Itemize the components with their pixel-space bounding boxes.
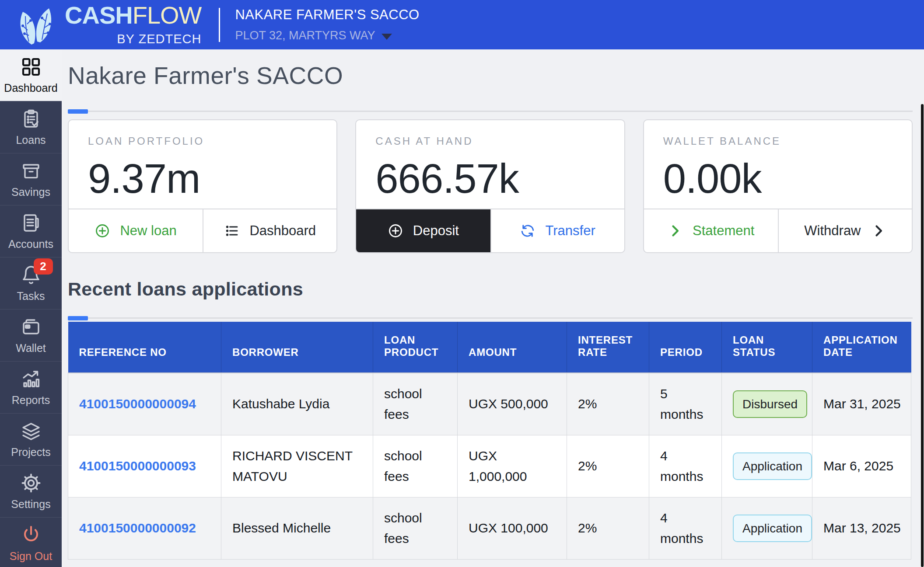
transfer-button[interactable]: Transfer (490, 209, 624, 252)
loan-reference-cell: 4100150000000094 (68, 373, 221, 435)
grid-icon (21, 56, 42, 77)
sidebar-item-projects[interactable]: Projects (0, 414, 62, 466)
sidebar-item-label: Reports (12, 394, 50, 407)
main-content: Nakare Farmer's SACCO LOAN PORTFOLIO 9.3… (62, 49, 924, 567)
col-header-loan-status: LOAN STATUS (722, 322, 812, 373)
page-title: Nakare Farmer's SACCO (68, 62, 913, 90)
loan-status-cell: Disbursed (722, 373, 812, 435)
title-rule (68, 111, 913, 112)
loan-row: 4100150000000093 RICHARD VISCENT MATOVU … (68, 435, 911, 497)
wallet-balance-card: WALLET BALANCE 0.00k Statement Withdraw (643, 119, 913, 253)
card-label: WALLET BALANCE (663, 135, 912, 147)
col-header-application-date: APPLICATION DATE (812, 322, 911, 373)
loans-rule-accent (68, 316, 88, 320)
loan-product-cell: school fees (373, 435, 458, 497)
loans-table: REFERENCE NO BORROWER LOAN PRODUCT AMOUN… (68, 322, 911, 560)
loan-portfolio-card: LOAN PORTFOLIO 9.37m New loan Dashboard (68, 119, 337, 253)
loan-period-cell: 4 months (649, 497, 722, 560)
header-divider (219, 8, 220, 42)
tasks-count-badge: 2 (34, 258, 53, 275)
sidebar-item-tasks[interactable]: 2 Tasks (0, 257, 62, 310)
loan-reference-cell: 4100150000000093 (68, 435, 221, 497)
card-label: CASH AT HAND (375, 135, 624, 147)
sidebar-item-dashboard[interactable]: Dashboard (0, 49, 62, 101)
gear-icon (21, 473, 42, 494)
caret-down-icon (382, 34, 392, 40)
sidebar-item-loans[interactable]: Loans (0, 101, 62, 153)
sidebar-item-label: Wallet (16, 342, 46, 355)
sidebar-item-reports[interactable]: Reports (0, 362, 62, 414)
loan-row: 4100150000000092 Blessed Michelle school… (68, 497, 911, 560)
card-body: CASH AT HAND 666.57k (356, 120, 624, 209)
loan-product-cell: school fees (373, 497, 458, 560)
col-header-borrower: BORROWER (221, 322, 373, 373)
loans-section-title: Recent loans applications (68, 278, 913, 300)
status-badge: Application (733, 452, 812, 480)
new-loan-button[interactable]: New loan (69, 209, 203, 252)
card-footer: New loan Dashboard (69, 209, 336, 252)
status-badge: Disbursed (733, 390, 807, 418)
loans-table-header-row: REFERENCE NO BORROWER LOAN PRODUCT AMOUN… (68, 322, 911, 373)
loan-reference-link[interactable]: 4100150000000092 (79, 521, 196, 535)
col-header-loan-product: LOAN PRODUCT (373, 322, 458, 373)
loan-reference-link[interactable]: 4100150000000093 (79, 459, 196, 473)
loan-dashboard-button[interactable]: Dashboard (203, 209, 336, 252)
loan-amount-cell: UGX 100,000 (458, 497, 567, 560)
brand-name: CASHFLOW (65, 3, 201, 28)
vertical-scrollbar[interactable] (921, 104, 924, 567)
loan-borrower-cell: Blessed Michelle (221, 497, 373, 560)
loan-interest-cell: 2% (567, 497, 649, 560)
sidebar-item-label: Savings (11, 186, 50, 198)
app-header: CASHFLOW BY ZEDTECH NAKARE FARMER'S SACC… (0, 0, 924, 49)
loan-status-cell: Application (722, 497, 812, 560)
col-header-interest-rate: INTEREST RATE (567, 322, 649, 373)
plus-circle-icon (94, 223, 110, 239)
loan-interest-cell: 2% (567, 435, 649, 497)
sidebar-item-wallet[interactable]: Wallet (0, 310, 62, 362)
sidebar-item-settings[interactable]: Settings (0, 466, 62, 518)
sidebar-item-label: Tasks (17, 290, 45, 303)
chevron-right-icon (871, 223, 886, 239)
layers-icon (21, 421, 42, 442)
statement-button[interactable]: Statement (644, 209, 778, 252)
withdraw-button[interactable]: Withdraw (778, 209, 912, 252)
card-body: LOAN PORTFOLIO 9.37m (69, 120, 336, 209)
refresh-icon (520, 223, 536, 239)
loan-amount-cell: UGX 1,000,000 (458, 435, 567, 497)
sidebar-item-savings[interactable]: Savings (0, 153, 62, 205)
wallet-icon (21, 317, 42, 337)
brand-name-flow: FLOW (133, 1, 202, 29)
deposit-button[interactable]: Deposit (356, 209, 490, 252)
org-address-label: PLOT 32, MARTYRS WAY (235, 29, 375, 42)
statement-label: Statement (693, 223, 754, 239)
withdraw-label: Withdraw (804, 223, 861, 239)
brand: CASHFLOW BY ZEDTECH (13, 3, 201, 47)
sidebar-item-accounts[interactable]: Accounts (0, 205, 62, 257)
col-header-reference-no: REFERENCE NO (68, 322, 221, 373)
loan-period-cell: 5 months (649, 373, 722, 435)
loan-borrower-cell: Katushabe Lydia (221, 373, 373, 435)
org-block: NAKARE FARMER'S SACCO PLOT 32, MARTYRS W… (235, 7, 419, 42)
plus-circle-icon (388, 223, 403, 239)
new-loan-label: New loan (120, 223, 176, 239)
sidebar-item-label: Sign Out (10, 550, 52, 563)
loan-reference-link[interactable]: 4100150000000094 (79, 397, 196, 411)
card-footer: Deposit Transfer (356, 209, 624, 252)
loan-borrower-cell: RICHARD VISCENT MATOVU (221, 435, 373, 497)
org-address-selector[interactable]: PLOT 32, MARTYRS WAY (235, 29, 419, 42)
cash-at-hand-card: CASH AT HAND 666.57k Deposit (355, 119, 625, 253)
sidebar-item-label: Projects (11, 446, 50, 459)
sidebar-item-label: Settings (11, 498, 50, 511)
sidebar-item-label: Loans (16, 134, 46, 146)
clipboard-check-icon (21, 108, 42, 129)
card-footer: Statement Withdraw (644, 209, 912, 252)
list-icon (224, 223, 240, 239)
journal-icon (21, 212, 42, 233)
sidebar-item-signout[interactable]: Sign Out (0, 518, 62, 567)
loan-portfolio-value: 9.37m (88, 155, 336, 202)
power-icon (21, 525, 42, 546)
deposit-label: Deposit (413, 223, 459, 239)
summary-cards: LOAN PORTFOLIO 9.37m New loan Dashboard (68, 119, 913, 253)
title-rule-accent (68, 109, 88, 114)
loan-interest-cell: 2% (567, 373, 649, 435)
